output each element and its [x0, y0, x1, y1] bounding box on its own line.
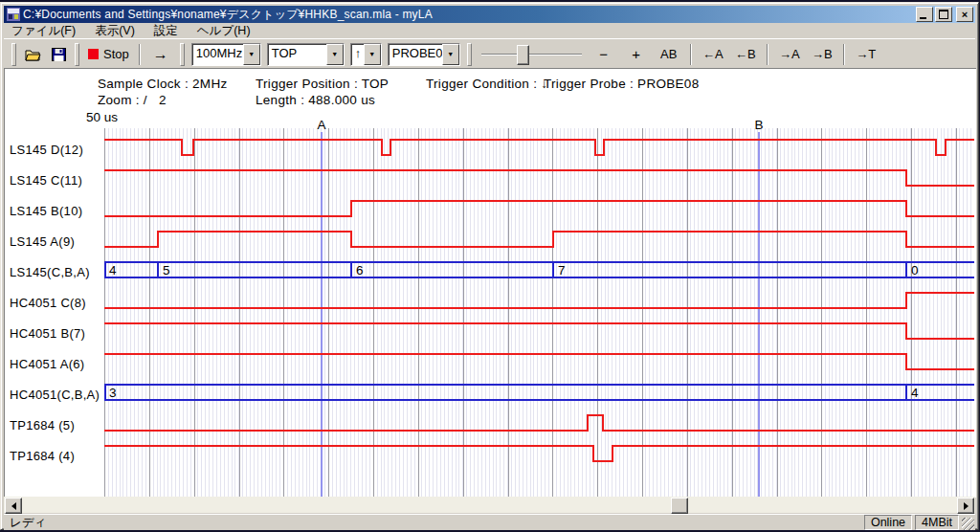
toolbar-grip[interactable] — [467, 43, 472, 66]
goto-marker-b-fwd-button[interactable]: →B — [806, 43, 838, 66]
minimize-icon — [920, 17, 926, 19]
bus-value: 5 — [163, 263, 170, 277]
trigger-probe-info: Trigger Probe : PROBE08 — [544, 77, 699, 91]
bus-value: 7 — [558, 263, 566, 277]
channel-label: TP1684 (5) — [10, 410, 75, 440]
close-icon: × — [962, 10, 968, 20]
goto-trigger-button[interactable]: →T — [850, 43, 882, 66]
signal-trace — [104, 232, 974, 247]
signal-trace — [104, 354, 974, 369]
trigger-position-info: Trigger Position : TOP — [256, 77, 389, 91]
app-window: C:¥Documents and Settings¥noname¥デスクトップ¥… — [0, 2, 979, 530]
arrow-left-icon — [8, 502, 16, 510]
trigger-condition-info: Trigger Condition : ↓ — [426, 77, 547, 91]
waveform-client-area: Sample Clock : 2MHz Trigger Position : T… — [4, 68, 976, 498]
sample-clock-combo[interactable]: 100MHz ▼ — [191, 43, 261, 66]
bus-value: 4 — [109, 263, 117, 277]
run-button[interactable]: → — [145, 43, 176, 66]
signal-trace — [104, 201, 974, 216]
minimize-button[interactable] — [916, 7, 933, 22]
toolbar-separator — [767, 44, 768, 65]
arrow-right-icon — [964, 502, 972, 510]
bus-trace — [104, 262, 974, 277]
trigger-probe-value: PROBE00 — [389, 44, 442, 65]
signal-trace — [104, 415, 974, 431]
toolbar: Stop → 100MHz ▼ TOP ▼ ↑ ▼ PROBE00 ▼ − + — [4, 38, 975, 69]
app-icon — [7, 8, 20, 21]
status-bar: レディ Online 4MBit — [4, 514, 975, 530]
goto-marker-b-back-button[interactable]: ←B — [729, 43, 762, 66]
channel-label: HC4051 A(6) — [10, 348, 84, 379]
zoom-slider[interactable] — [481, 43, 582, 66]
channel-label: LS145 D(12) — [10, 134, 83, 165]
online-status-badge: Online — [864, 515, 912, 530]
toolbar-separator — [139, 44, 141, 65]
menu-item-view[interactable]: 表示(V) — [88, 22, 142, 40]
signal-trace — [104, 170, 974, 186]
bus-value: 0 — [911, 263, 919, 277]
goto-marker-a-fwd-button[interactable]: →A — [773, 43, 806, 66]
status-text: レディ — [4, 515, 861, 531]
memory-size-badge: 4MBit — [915, 515, 959, 530]
zoom-in-button[interactable]: + — [620, 43, 653, 66]
zoom-out-button[interactable]: − — [588, 43, 620, 66]
toolbar-grip[interactable] — [180, 43, 185, 66]
trigger-position-combo[interactable]: TOP ▼ — [267, 43, 345, 66]
trigger-edge-combo[interactable]: ↑ ▼ — [350, 43, 382, 66]
menu-item-settings[interactable]: 設定 — [147, 22, 185, 40]
channel-label: HC4051 B(7) — [10, 318, 85, 348]
signal-trace — [104, 323, 974, 339]
time-division-label: 50 us — [86, 110, 118, 124]
resize-grip[interactable] — [962, 518, 974, 530]
bus-value: 6 — [356, 263, 364, 277]
title-bar: C:¥Documents and Settings¥noname¥デスクトップ¥… — [4, 6, 975, 23]
toolbar-grip[interactable] — [11, 43, 16, 66]
menu-bar: ファイル(F)表示(V)設定ヘルプ(H) — [4, 23, 975, 38]
sample-clock-value: 100MHz — [192, 44, 243, 65]
trigger-position-value: TOP — [268, 44, 326, 65]
bus-value: 3 — [109, 386, 117, 400]
trigger-edge-value: ↑ — [351, 44, 364, 65]
signal-trace — [104, 293, 974, 308]
run-arrow-icon: → — [153, 46, 168, 63]
chevron-down-icon[interactable]: ▼ — [326, 44, 344, 65]
menu-item-help[interactable]: ヘルプ(H) — [190, 22, 257, 40]
close-button[interactable]: × — [956, 7, 973, 22]
channel-label: HC4051(C,B,A) — [10, 379, 100, 410]
channel-label: LS145(C,B,A) — [10, 256, 90, 287]
save-button[interactable] — [47, 43, 71, 66]
chevron-down-icon[interactable]: ▼ — [442, 44, 459, 65]
waveform-grid[interactable]: 4567034 — [104, 128, 974, 497]
menu-item-file[interactable]: ファイル(F) — [5, 22, 82, 40]
trigger-probe-combo[interactable]: PROBE00 ▼ — [388, 43, 460, 66]
bus-value: 4 — [911, 386, 919, 400]
chevron-down-icon[interactable]: ▼ — [364, 44, 381, 65]
chevron-down-icon[interactable]: ▼ — [243, 44, 260, 65]
stop-label: Stop — [103, 47, 129, 61]
channel-label: TP1684 (4) — [10, 440, 75, 471]
channel-label: LS145 C(11) — [10, 165, 82, 195]
toolbar-separator — [690, 44, 692, 65]
toolbar-grip[interactable] — [75, 43, 79, 66]
window-title: C:¥Documents and Settings¥noname¥デスクトップ¥… — [23, 7, 914, 23]
open-folder-icon — [25, 48, 42, 61]
sample-clock-info: Sample Clock : 2MHz — [98, 77, 228, 91]
scroll-left-button[interactable] — [5, 498, 22, 514]
channel-label: HC4051 C(8) — [10, 287, 86, 318]
goto-marker-a-back-button[interactable]: ←A — [697, 43, 729, 66]
ab-span-button[interactable]: AB — [653, 43, 685, 66]
horizontal-scrollbar[interactable] — [4, 497, 975, 513]
signal-trace — [104, 446, 974, 461]
save-floppy-icon — [52, 48, 66, 61]
scroll-right-button[interactable] — [957, 498, 974, 514]
toolbar-separator — [843, 44, 845, 65]
zoom-slider-thumb[interactable] — [517, 45, 529, 65]
zoom-slider-track — [481, 54, 582, 55]
scrollbar-thumb[interactable] — [671, 498, 688, 514]
stop-button[interactable]: Stop — [83, 43, 134, 66]
maximize-button[interactable] — [935, 7, 952, 22]
open-button[interactable] — [20, 43, 47, 66]
zoom-info: Zoom : / 2 — [98, 93, 167, 107]
maximize-icon — [939, 10, 948, 19]
bus-trace — [104, 385, 974, 400]
